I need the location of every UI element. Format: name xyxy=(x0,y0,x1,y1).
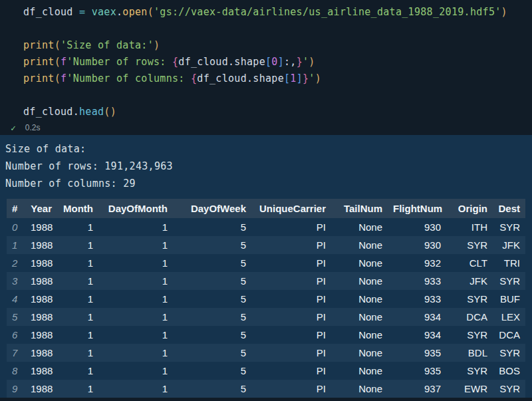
code-token: ' xyxy=(309,72,315,84)
code-token: df_cloud xyxy=(23,6,79,18)
row-index-cell: 3 xyxy=(7,272,25,290)
code-token: ) xyxy=(309,56,315,68)
success-check-icon: ✓ xyxy=(11,123,16,133)
table-row: 01988115PINone930ITHSYR xyxy=(7,218,525,236)
table-cell: None xyxy=(331,272,388,290)
table-cell: 1988 xyxy=(25,344,57,362)
table-cell: 934 xyxy=(388,308,446,326)
table-cell: None xyxy=(331,254,388,272)
code-line: print(f'Number of columns: {df_cloud.sha… xyxy=(23,70,532,87)
table-cell: 1988 xyxy=(25,326,57,344)
code-token: 0 xyxy=(271,56,277,68)
row-index-cell: 1 xyxy=(7,236,25,254)
table-cell: 1988 xyxy=(25,380,57,398)
table-cell: 933 xyxy=(388,290,446,308)
table-cell: ITH xyxy=(446,218,493,236)
code-token: . xyxy=(247,72,253,84)
execution-duration: 0.2s xyxy=(25,123,41,132)
table-row: 51988115PINone934DCALEX xyxy=(7,308,525,326)
table-cell: 5 xyxy=(173,380,251,398)
table-row: 81988115PINone935SYRBOS xyxy=(7,362,525,380)
table-cell: 5 xyxy=(173,236,251,254)
notebook-cell-view: df_cloud = vaex.open('gs://vaex-data/air… xyxy=(0,0,532,401)
row-index-cell: 0 xyxy=(7,218,25,236)
code-line: print('Size of data:') xyxy=(23,37,532,54)
table-row: 11988115PINone930SYRJFK xyxy=(7,236,525,254)
code-token: df_cloud xyxy=(178,56,228,68)
table-cell: SYR xyxy=(446,362,493,380)
row-index-cell: 9 xyxy=(7,380,25,398)
code-token: f xyxy=(61,56,66,68)
code-token: ) xyxy=(110,106,116,118)
code-token: shape xyxy=(234,56,265,68)
column-header: FlightNum xyxy=(388,199,446,218)
table-cell: BDL xyxy=(446,344,493,362)
table-cell: CLT xyxy=(446,254,493,272)
table-cell: 1 xyxy=(57,326,98,344)
table-cell: PI xyxy=(251,380,331,398)
table-cell: SYR xyxy=(493,380,525,398)
column-header: # xyxy=(7,199,25,218)
table-cell: 930 xyxy=(388,218,446,236)
code-line xyxy=(23,87,532,104)
code-token: ) xyxy=(154,39,160,51)
table-cell: 1 xyxy=(98,380,173,398)
table-cell: SYR xyxy=(446,236,493,254)
code-token: 'Number of columns: xyxy=(66,72,191,84)
code-token: } xyxy=(303,72,309,84)
table-cell: None xyxy=(331,308,388,326)
table-cell: 1988 xyxy=(25,362,57,380)
table-cell: 1 xyxy=(57,290,98,308)
code-lines: df_cloud = vaex.open('gs://vaex-data/air… xyxy=(23,4,532,120)
table-cell: 5 xyxy=(173,344,251,362)
table-cell: SYR xyxy=(493,218,525,236)
table-row: 41988115PINone933SYRBUF xyxy=(7,290,525,308)
code-token: vaex xyxy=(92,6,116,18)
table-cell: None xyxy=(331,326,388,344)
table-cell: 1 xyxy=(57,254,98,272)
table-cell: 1988 xyxy=(25,218,57,236)
table-cell: 5 xyxy=(173,290,251,308)
table-row: 91988115PINone937EWRSYR xyxy=(7,380,525,398)
table-cell: SYR xyxy=(446,326,493,344)
code-token: ( xyxy=(55,56,61,68)
code-token: . xyxy=(228,56,234,68)
table-cell: SYR xyxy=(493,344,525,362)
table-body: 01988115PINone930ITHSYR11988115PINone930… xyxy=(7,218,525,398)
table-cell: 1 xyxy=(98,362,173,380)
table-cell: PI xyxy=(251,290,331,308)
column-header: DayOfWeek xyxy=(173,199,251,218)
code-token: ( xyxy=(148,6,154,18)
table-cell: 1988 xyxy=(25,236,57,254)
table-cell: 1 xyxy=(98,236,173,254)
code-token: ( xyxy=(55,39,61,51)
stream-output-line: Size of data: xyxy=(5,140,532,158)
code-token: . xyxy=(116,6,122,18)
table-cell: 1 xyxy=(98,344,173,362)
table-cell: PI xyxy=(251,308,331,326)
code-token: ] xyxy=(278,56,284,68)
code-token: . xyxy=(73,106,79,118)
column-header: Dest xyxy=(493,199,525,218)
code-token: ) xyxy=(501,6,507,18)
code-token: ' xyxy=(303,56,309,68)
code-token xyxy=(85,6,91,18)
cell-output-area: Size of data:Number of rows: 191,243,963… xyxy=(0,135,532,398)
table-cell: None xyxy=(331,344,388,362)
table-cell: 1988 xyxy=(25,272,57,290)
table-cell: PI xyxy=(251,272,331,290)
table-cell: None xyxy=(331,362,388,380)
row-index-cell: 4 xyxy=(7,290,25,308)
table-cell: PI xyxy=(251,344,331,362)
table-cell: 1 xyxy=(98,218,173,236)
table-cell: 5 xyxy=(173,254,251,272)
cell-status-bar: ✓ 0.2s xyxy=(0,120,532,135)
code-cell[interactable]: df_cloud = vaex.open('gs://vaex-data/air… xyxy=(0,0,532,120)
code-token: 'gs://vaex-data/airlines/us_airline_data… xyxy=(154,6,501,18)
table-cell: 5 xyxy=(173,218,251,236)
row-index-cell: 7 xyxy=(7,344,25,362)
table-cell: None xyxy=(331,380,388,398)
code-token: ] xyxy=(297,72,303,84)
column-header: UniqueCarrier xyxy=(251,199,331,218)
code-token: } xyxy=(297,56,303,68)
